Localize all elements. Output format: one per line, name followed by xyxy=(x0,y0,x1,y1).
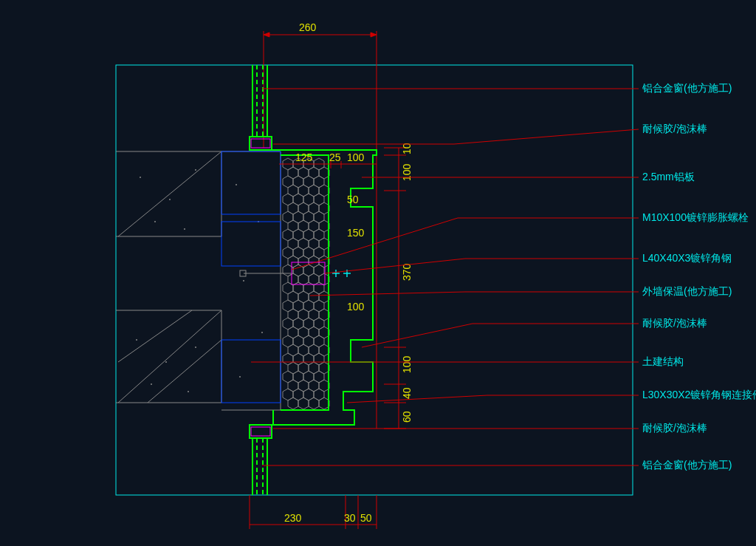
label-5: L40X40X3镀锌角钢 xyxy=(642,252,732,264)
dim-370: 370 xyxy=(401,263,413,281)
svg-rect-28 xyxy=(221,222,281,266)
label-3: 2.5mm铝板 xyxy=(642,171,695,182)
dim-150: 150 xyxy=(347,227,365,239)
svg-rect-38 xyxy=(251,427,270,436)
svg-point-9 xyxy=(140,177,141,178)
dim-125: 125 xyxy=(295,151,313,163)
svg-point-12 xyxy=(154,221,156,222)
drawing-frame xyxy=(116,65,633,495)
svg-point-22 xyxy=(261,332,263,333)
dim-50: 50 xyxy=(347,194,359,205)
svg-line-69 xyxy=(362,324,472,347)
svg-rect-8 xyxy=(251,139,270,148)
svg-point-23 xyxy=(239,376,241,378)
dim-30: 30 xyxy=(344,512,356,524)
dim-40: 40 xyxy=(401,387,413,399)
svg-line-67 xyxy=(310,292,465,296)
dim-top-value: 260 xyxy=(299,21,317,33)
dim-100b: 100 xyxy=(347,301,365,313)
label-2: 耐候胶/泡沫棒 xyxy=(642,123,707,134)
dim-230: 230 xyxy=(284,512,302,524)
leaders: 铝合金窗(他方施工) 耐候胶/泡沫棒 2.5mm铝板 M10X100镀锌膨胀螺栓… xyxy=(251,82,756,471)
svg-point-19 xyxy=(236,184,237,185)
concrete-structure xyxy=(116,151,281,410)
dims-bottom: 230 30 50 xyxy=(250,495,377,529)
label-11: 铝合金窗(他方施工) xyxy=(642,459,732,471)
svg-point-16 xyxy=(195,347,196,348)
inner-blue-outline xyxy=(221,151,281,403)
dim-10: 10 xyxy=(401,143,413,154)
dim-100a: 100 xyxy=(347,151,365,163)
svg-line-65 xyxy=(325,259,465,273)
svg-line-73 xyxy=(347,395,487,403)
svg-point-15 xyxy=(165,361,167,363)
svg-point-21 xyxy=(243,280,244,281)
svg-point-18 xyxy=(188,391,189,392)
window-top xyxy=(250,65,272,150)
svg-line-24 xyxy=(118,151,221,236)
concrete-hatch xyxy=(118,151,263,403)
svg-line-27 xyxy=(118,310,192,362)
hex-pattern xyxy=(283,158,329,409)
label-9: L30X30X2镀锌角钢连接件 xyxy=(642,389,756,400)
window-bottom xyxy=(250,425,272,495)
svg-point-10 xyxy=(169,199,171,200)
svg-line-26 xyxy=(148,340,221,403)
dim-100v2: 100 xyxy=(401,355,413,373)
label-4: M10X100镀锌膨胀螺栓 xyxy=(642,211,749,223)
label-6: 外墙保温(他方施工) xyxy=(642,285,732,297)
dim-50b: 50 xyxy=(360,512,372,524)
svg-point-14 xyxy=(136,339,137,341)
dim-60: 60 xyxy=(401,411,413,423)
label-7: 耐候胶/泡沫棒 xyxy=(642,317,707,329)
dim-25: 25 xyxy=(329,151,341,163)
label-1: 铝合金窗(他方施工) xyxy=(642,82,732,94)
label-10: 耐候胶/泡沫棒 xyxy=(642,422,707,434)
cad-drawing: 260 125 25 100 50 150 100 10 100 370 100… xyxy=(0,0,756,546)
svg-point-13 xyxy=(184,228,185,230)
svg-point-17 xyxy=(151,383,152,385)
svg-line-61 xyxy=(454,129,639,144)
label-8: 土建结构 xyxy=(642,355,684,367)
dims-vertical: 10 100 370 100 40 60 xyxy=(384,143,413,429)
svg-line-25 xyxy=(118,310,221,403)
dim-100v: 100 xyxy=(401,163,413,181)
svg-point-11 xyxy=(195,169,196,171)
